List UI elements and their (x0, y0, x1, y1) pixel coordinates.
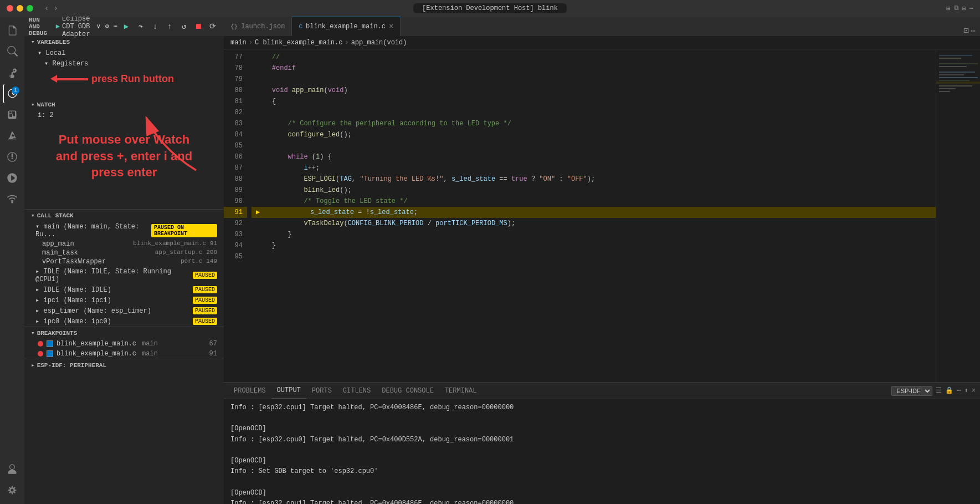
code-line-88: ESP_LOGI(TAG, "Turning the LED %s!", s_l… (252, 174, 936, 185)
watch-header[interactable]: ▾ Watch (24, 99, 224, 110)
step-into-button[interactable]: ↓ (148, 20, 162, 33)
activity-settings[interactable] (3, 481, 22, 500)
panel-content-output[interactable]: Info : [esp32.cpu1] Target halted, PC=0x… (224, 399, 980, 504)
tab-output[interactable]: OUTPUT (271, 383, 306, 399)
debug-controls: ▶ ↷ ↓ ↑ ↺ ⏹ ⟳ (120, 20, 219, 33)
bp-dot-1 (38, 341, 43, 347)
espidf-title: ESP-IDF: Peripheral (37, 362, 106, 369)
output-line-8 (230, 477, 973, 487)
watch-annotation-label: Put mouse over Watchand press +, enter i… (56, 133, 192, 179)
bp-checkbox-2[interactable] (47, 350, 53, 357)
thread-ipc1[interactable]: ▸ ipc1 (Name: ipc1) PAUSED (24, 295, 224, 306)
variables-title: Variables (37, 39, 70, 45)
forward-button[interactable]: › (53, 4, 58, 13)
maximize-dot[interactable] (27, 5, 33, 12)
stop-button[interactable]: ⏹ (192, 20, 205, 33)
code-line-81: { (252, 96, 936, 107)
thread-idle1[interactable]: ▸ IDLE (Name: IDLE, State: Running @CPU1… (24, 266, 224, 284)
app-container: 1 Run and Debug (0, 17, 980, 504)
svg-rect-5 (939, 66, 967, 67)
svg-rect-7 (939, 74, 964, 75)
tab-terminal[interactable]: TERMINAL (439, 383, 483, 399)
tab-close-blink[interactable]: × (389, 22, 393, 31)
activity-bottom (3, 460, 22, 500)
callstack-thread-main[interactable]: ▾ main (Name: main, State: Ru... PAUSED … (24, 221, 224, 240)
debug-label: Run and Debug (29, 17, 49, 37)
layout-icon[interactable]: ⊟ (962, 4, 966, 13)
continue-button[interactable]: ▶ (120, 20, 133, 33)
arrow-line-run (55, 78, 88, 80)
sidebar: Run and Debug ▶ Eclipse CDT GDB Adapter … (24, 17, 224, 504)
tab-problems[interactable]: PROBLEMS (228, 383, 271, 399)
thread-esp-timer[interactable]: ▸ esp_timer (Name: esp_timer) PAUSED (24, 306, 224, 316)
panel-list-icon[interactable]: ☰ (936, 386, 942, 395)
bp-item-2[interactable]: blink_example_main.c main 91 (24, 349, 224, 359)
callstack-frame-vport[interactable]: vPortTaskWrapper port.c 149 (24, 257, 224, 266)
breadcrumb-main[interactable]: main (230, 39, 247, 47)
thread-idle2[interactable]: ▸ IDLE (Name: IDLE) PAUSED (24, 284, 224, 295)
activity-search[interactable] (3, 42, 22, 61)
activity-debug[interactable]: 1 (3, 84, 22, 103)
debug-settings-icon[interactable]: ⚙ (105, 22, 109, 30)
activity-account[interactable] (3, 460, 22, 478)
espidf-header[interactable]: ▸ ESP-IDF: Peripheral (24, 359, 224, 371)
activity-testing[interactable] (3, 126, 22, 145)
tab-debug-console[interactable]: DEBUG CONSOLE (376, 383, 439, 399)
code-editor[interactable]: 77 78 79 80 81 82 83 84 85 86 87 88 89 9… (224, 49, 980, 382)
split-editor-icon[interactable]: ⊡ (963, 25, 969, 36)
activity-esp-wifi[interactable] (3, 190, 22, 208)
variables-header[interactable]: ▾ Variables (24, 36, 224, 48)
tab-launch-json[interactable]: {} launch.json (224, 17, 292, 36)
local-item[interactable]: ▾ Local (24, 48, 224, 58)
code-line-89: blink_led(); (252, 185, 936, 196)
panel-more-icon[interactable]: ⋯ (957, 386, 961, 395)
code-line-80: void app_main(void) (252, 85, 936, 96)
activity-esp-monitor[interactable] (3, 169, 22, 187)
output-source-select[interactable]: ESP-IDF (891, 386, 932, 396)
panel-lock-icon[interactable]: 🔒 (945, 386, 953, 395)
thread-ipc0[interactable]: ▸ ipc0 (Name: ipc0) PAUSED (24, 316, 224, 327)
tab-ports[interactable]: PORTS (306, 383, 337, 399)
callstack-frame-app-main[interactable]: app_main blink_example_main.c 91 (24, 240, 224, 248)
bp-checkbox-1[interactable] (47, 340, 53, 347)
back-button[interactable]: ‹ (44, 4, 49, 13)
tab-gitlens[interactable]: GITLENS (337, 383, 376, 399)
code-line-90: /* Toggle the LED state */ (252, 196, 936, 207)
bottom-panel: PROBLEMS OUTPUT PORTS GITLENS DEBUG CONS… (224, 382, 980, 504)
restart-frame-button[interactable]: ⟳ (206, 20, 219, 33)
panel-tabs: PROBLEMS OUTPUT PORTS GITLENS DEBUG CONS… (224, 383, 980, 399)
editor-more-icon[interactable]: ⋯ (971, 26, 976, 35)
breadcrumb-file[interactable]: C blink_example_main.c (255, 39, 342, 47)
callstack-header[interactable]: ▾ Call Stack (24, 210, 224, 221)
bp-item-1[interactable]: blink_example_main.c main 67 (24, 339, 224, 349)
activity-extensions[interactable] (3, 105, 22, 124)
editor-toolbar-right: ⊡ ⋯ (963, 25, 980, 36)
minimize-dot[interactable] (17, 5, 23, 12)
more-icon[interactable]: ⋯ (969, 4, 973, 13)
arrow-head-run (50, 75, 57, 83)
breadcrumb-func[interactable]: app_main(void) (351, 39, 407, 47)
activity-esp-idf[interactable] (3, 147, 22, 166)
callstack-frame-main-task[interactable]: main_task app_startup.c 208 (24, 248, 224, 257)
svg-rect-13 (939, 91, 950, 92)
step-over-button[interactable]: ↷ (134, 20, 147, 33)
registers-item[interactable]: ▾ Registers (24, 58, 224, 69)
window-title: [Extension Development Host] blink (413, 3, 567, 13)
split-icon[interactable]: ⧉ (954, 4, 959, 13)
debug-more-icon[interactable]: ⋯ (114, 22, 117, 30)
run-annotation-area: press Run button (24, 69, 224, 96)
step-out-button[interactable]: ↑ (163, 20, 176, 33)
activity-source-control[interactable] (3, 63, 22, 82)
window-controls (7, 5, 33, 12)
debug-config[interactable]: ▶ Eclipse CDT GDB Adapter ∨ (56, 17, 101, 38)
grid-icon[interactable]: ⊞ (946, 4, 950, 13)
close-dot[interactable] (7, 5, 13, 12)
panel-close-icon[interactable]: × (972, 387, 976, 395)
breakpoints-header[interactable]: ▾ Breakpoints (24, 327, 224, 339)
debug-badge: 1 (12, 86, 19, 94)
code-content[interactable]: // #endif void app_main(void) { /* Confi… (252, 49, 936, 382)
tab-blink-main[interactable]: C blink_example_main.c × (292, 17, 401, 36)
panel-maximize-icon[interactable]: ⬆ (964, 386, 968, 395)
activity-explorer[interactable] (3, 21, 22, 40)
restart-button[interactable]: ↺ (177, 20, 191, 33)
